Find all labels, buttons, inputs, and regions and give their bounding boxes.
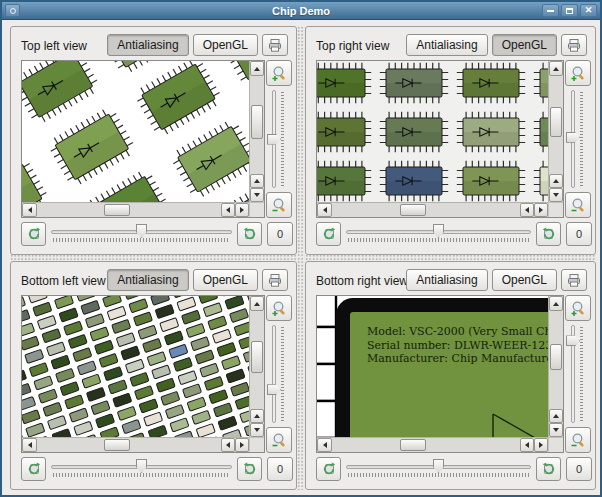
opengl-button[interactable]: OpenGL <box>492 269 557 291</box>
scroll-up-button[interactable] <box>549 61 563 76</box>
scroll-left-button[interactable] <box>221 203 235 217</box>
vertical-scrollbar[interactable] <box>548 61 563 202</box>
scroll-left-button[interactable] <box>22 203 37 217</box>
graphics-scene[interactable] <box>317 61 548 202</box>
scroll-right-button[interactable] <box>235 203 249 217</box>
minimize-button[interactable] <box>542 4 559 17</box>
scroll-left-button[interactable] <box>221 438 235 452</box>
rotate-slider-handle[interactable] <box>433 459 444 473</box>
zoom-slider[interactable] <box>265 325 293 423</box>
zoom-slider[interactable] <box>564 325 592 423</box>
zoom-slider[interactable] <box>564 90 592 188</box>
zoom-out-button[interactable] <box>565 192 591 218</box>
opengl-button[interactable]: OpenGL <box>492 34 557 56</box>
close-button[interactable]: ✕ <box>580 4 597 17</box>
scroll-up-button[interactable] <box>250 409 264 423</box>
reset-button[interactable]: 0 <box>566 222 592 246</box>
vertical-scroll-thumb[interactable] <box>550 344 562 370</box>
rotate-right-button[interactable] <box>536 457 561 481</box>
rotate-right-button[interactable] <box>536 222 561 246</box>
rotate-slider-handle[interactable] <box>136 459 147 473</box>
horizontal-scroll-thumb[interactable] <box>104 204 130 216</box>
rotate-slider[interactable] <box>346 457 531 481</box>
horizontal-scrollbar[interactable] <box>22 437 249 452</box>
vertical-scrollbar[interactable] <box>249 296 264 437</box>
zoom-out-button[interactable] <box>565 427 591 453</box>
rotate-slider[interactable] <box>51 457 232 481</box>
graphics-scene[interactable] <box>22 61 249 202</box>
print-button[interactable] <box>561 34 587 56</box>
scroll-down-button[interactable] <box>250 423 264 437</box>
rotate-left-button[interactable] <box>316 457 341 481</box>
graphics-scene[interactable] <box>22 296 249 437</box>
antialiasing-button[interactable]: Antialiasing <box>107 269 188 291</box>
zoom-out-button[interactable] <box>266 192 292 218</box>
horizontal-scrollbar[interactable] <box>317 437 548 452</box>
splitter-handle-horizontal[interactable] <box>305 254 596 261</box>
antialiasing-button[interactable]: Antialiasing <box>107 34 188 56</box>
horizontal-scroll-thumb[interactable] <box>104 439 130 451</box>
reset-button[interactable]: 0 <box>267 222 293 246</box>
print-button[interactable] <box>262 34 288 56</box>
scroll-up-button[interactable] <box>250 174 264 188</box>
vertical-scroll-thumb[interactable] <box>251 105 263 139</box>
scroll-down-button[interactable] <box>250 188 264 202</box>
scroll-left-button[interactable] <box>317 438 332 452</box>
opengl-button[interactable]: OpenGL <box>193 34 258 56</box>
scroll-right-button[interactable] <box>235 438 249 452</box>
rotate-left-button[interactable] <box>21 457 46 481</box>
antialiasing-button[interactable]: Antialiasing <box>406 34 487 56</box>
maximize-button[interactable] <box>561 4 578 17</box>
print-button[interactable] <box>262 269 288 291</box>
zoom-in-button[interactable] <box>565 295 591 321</box>
reset-button[interactable]: 0 <box>566 457 592 481</box>
rotate-slider-handle[interactable] <box>136 224 147 238</box>
horizontal-scrollbar[interactable] <box>317 202 548 217</box>
scroll-left-button[interactable] <box>520 203 534 217</box>
rotate-slider-handle[interactable] <box>433 224 444 238</box>
graphics-scene[interactable]: Model: VSC-2000 (Very Small Chip) at 9Se… <box>317 296 548 437</box>
zoom-in-button[interactable] <box>565 60 591 86</box>
zoom-slider-handle[interactable] <box>267 384 281 395</box>
zoom-slider-handle[interactable] <box>566 132 580 143</box>
vertical-scrollbar[interactable] <box>548 296 563 437</box>
scroll-down-button[interactable] <box>549 423 563 437</box>
zoom-out-button[interactable] <box>266 427 292 453</box>
splitter-handle-horizontal[interactable] <box>10 254 297 261</box>
zoom-slider[interactable] <box>265 90 293 188</box>
vertical-scroll-thumb[interactable] <box>251 341 263 373</box>
rotate-right-button[interactable] <box>237 457 262 481</box>
reset-button[interactable]: 0 <box>267 457 293 481</box>
rotate-slider[interactable] <box>51 222 232 246</box>
print-button[interactable] <box>561 269 587 291</box>
splitter-handle-vertical[interactable] <box>297 26 305 490</box>
scroll-up-button[interactable] <box>250 61 264 76</box>
rotate-left-button[interactable] <box>21 222 46 246</box>
vertical-scroll-thumb[interactable] <box>550 107 562 137</box>
zoom-slider-handle[interactable] <box>267 134 281 145</box>
horizontal-scroll-thumb[interactable] <box>400 204 426 216</box>
zoom-in-button[interactable] <box>266 295 292 321</box>
scroll-down-button[interactable] <box>549 188 563 202</box>
opengl-button[interactable]: OpenGL <box>193 269 258 291</box>
scroll-left-button[interactable] <box>520 438 534 452</box>
rotate-slider[interactable] <box>346 222 531 246</box>
scroll-up-button[interactable] <box>549 174 563 188</box>
rotate-left-button[interactable] <box>316 222 341 246</box>
antialiasing-button[interactable]: Antialiasing <box>406 269 487 291</box>
titlebar[interactable]: Chip Demo ✕ <box>2 2 600 20</box>
zoom-in-button[interactable] <box>266 60 292 86</box>
horizontal-scroll-thumb[interactable] <box>400 439 426 451</box>
zoom-controls <box>265 295 293 453</box>
scroll-left-button[interactable] <box>22 438 37 452</box>
scroll-right-button[interactable] <box>534 438 548 452</box>
rotate-right-button[interactable] <box>237 222 262 246</box>
scroll-right-button[interactable] <box>534 203 548 217</box>
scroll-left-button[interactable] <box>317 203 332 217</box>
scroll-up-button[interactable] <box>549 296 563 311</box>
zoom-slider-handle[interactable] <box>566 335 580 346</box>
scroll-up-button[interactable] <box>549 409 563 423</box>
vertical-scrollbar[interactable] <box>249 61 264 202</box>
scroll-up-button[interactable] <box>250 296 264 311</box>
horizontal-scrollbar[interactable] <box>22 202 249 217</box>
